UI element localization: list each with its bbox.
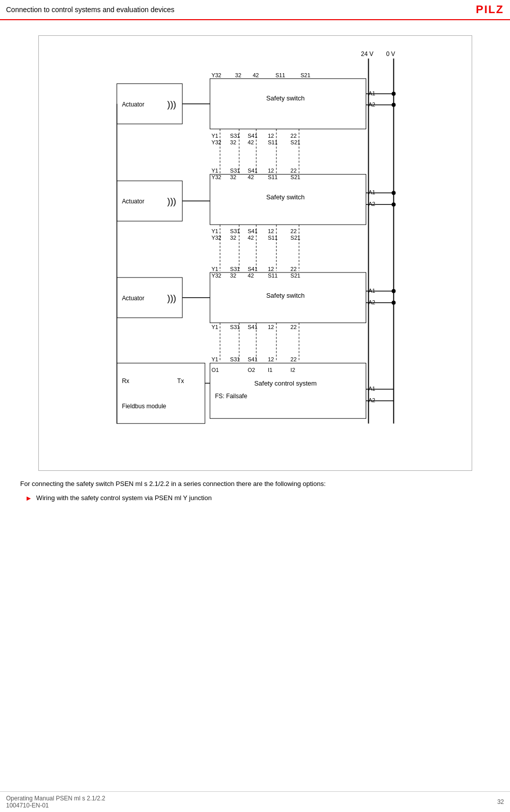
ss1-bot-s41: S41	[248, 133, 258, 139]
ss2-bot-42: 42	[248, 235, 254, 241]
ss2-y32: Y32	[211, 174, 221, 180]
safety-switch-1-label: Safety switch	[266, 94, 304, 102]
ss1-bot-42: 42	[248, 139, 254, 145]
ss2-a2: A2	[368, 201, 375, 207]
tx-label: Tx	[177, 377, 184, 385]
ss2-bot-12: 12	[267, 228, 273, 234]
svg-rect-41	[117, 363, 205, 423]
ss3-bot-s31: S31	[230, 324, 240, 330]
safety-switch-3-label: Safety switch	[266, 292, 304, 299]
svg-rect-2	[210, 79, 366, 129]
ss2-y1: Y1	[211, 168, 218, 174]
page-title: Connection to control systems and evalua…	[6, 6, 175, 14]
ss1-32: 32	[235, 72, 241, 78]
ss2-s21: S21	[290, 174, 300, 180]
ss1-42: 42	[253, 72, 259, 78]
description-paragraph: For connecting the safety switch PSEN ml…	[20, 479, 490, 504]
fieldbus-module-label: Fieldbus module	[122, 403, 166, 410]
scs-i2: I2	[290, 367, 295, 373]
svg-rect-33	[210, 363, 366, 418]
ss1-bot-22: 22	[290, 133, 296, 139]
actuator-3-icon: )))	[167, 293, 176, 303]
bullet-item-1: ► Wiring with the safety control system …	[25, 493, 490, 504]
ss3-y32: Y32	[211, 273, 221, 279]
ss3-s31: S31	[230, 266, 240, 272]
ss1-bot-y32: Y32	[211, 139, 221, 145]
ss2-32: 32	[230, 174, 236, 180]
ss3-s21: S21	[290, 273, 300, 279]
ss3-32: 32	[230, 273, 236, 279]
manual-name: Operating Manual PSEN ml s 2.1/2.2	[6, 795, 105, 802]
ss2-bot-s21: S21	[290, 235, 300, 241]
ss3-12: 12	[267, 266, 273, 272]
ss1-y32: Y32	[211, 72, 221, 78]
ss3-bot-22: 22	[290, 324, 296, 330]
ss2-bot-s11: S11	[267, 235, 277, 241]
scs-12: 12	[267, 356, 273, 362]
bullet-arrow-1: ►	[25, 493, 32, 504]
ss3-a2: A2	[368, 299, 375, 305]
ss3-y1: Y1	[211, 266, 218, 272]
ss2-s31: S31	[230, 168, 240, 174]
bullet-text-1: Wiring with the safety control system vi…	[36, 493, 212, 503]
ss2-a1: A1	[368, 189, 375, 195]
ss3-42: 42	[248, 273, 254, 279]
ss1-bot-y1: Y1	[211, 133, 218, 139]
scs-o2: O2	[248, 367, 255, 373]
ss1-s21: S21	[300, 72, 310, 78]
ss1-a1: A1	[368, 90, 375, 96]
fs-failsafe-label: FS: Failsafe	[215, 393, 247, 400]
diagram-svg: 24 V 0 V Y32 32 42 S11 S21 Safety switch…	[44, 41, 467, 464]
ss1-a2: A2	[368, 101, 375, 107]
actuator-1-label: Actuator	[122, 101, 144, 108]
footer-left: Operating Manual PSEN ml s 2.1/2.2 10047…	[6, 795, 105, 809]
ss3-bot-12: 12	[267, 324, 273, 330]
voltage-0v-label: 0 V	[386, 50, 395, 58]
pilz-logo: PILZ	[476, 3, 504, 16]
ss2-22: 22	[290, 168, 296, 174]
ss2-42: 42	[248, 174, 254, 180]
safety-control-system-label: Safety control system	[254, 380, 316, 387]
rx-label: Rx	[122, 377, 129, 385]
scs-y1: Y1	[211, 356, 218, 362]
ss2-bot-22: 22	[290, 228, 296, 234]
page-header: Connection to control systems and evalua…	[0, 0, 510, 20]
ss1-bot-12: 12	[267, 133, 273, 139]
actuator-2-label: Actuator	[122, 198, 144, 205]
actuator-2-icon: )))	[167, 196, 176, 206]
safety-switch-2-label: Safety switch	[266, 193, 304, 201]
page-number: 32	[497, 798, 504, 805]
voltage-24v-label: 24 V	[361, 50, 373, 58]
scs-o1: O1	[211, 367, 219, 373]
description-text-1: For connecting the safety switch PSEN ml…	[20, 479, 490, 489]
scs-s31: S31	[230, 356, 240, 362]
ss3-22: 22	[290, 266, 296, 272]
scs-a1: A1	[368, 386, 375, 392]
ss2-bot-y32: Y32	[211, 235, 221, 241]
ss3-s11: S11	[267, 273, 277, 279]
ss1-bot-s31: S31	[230, 133, 240, 139]
ss1-s11: S11	[275, 72, 285, 78]
ss1-bot-s21: S21	[290, 139, 300, 145]
ss1-bot-32: 32	[230, 139, 236, 145]
diagram-container: 24 V 0 V Y32 32 42 S11 S21 Safety switch…	[38, 35, 472, 471]
ss3-bot-y1: Y1	[211, 324, 218, 330]
scs-a2: A2	[368, 397, 375, 403]
page-content: 24 V 0 V Y32 32 42 S11 S21 Safety switch…	[0, 20, 510, 514]
ss2-bot-s31: S31	[230, 228, 240, 234]
actuator-1-icon: )))	[167, 99, 176, 110]
ss2-bot-32: 32	[230, 235, 236, 241]
ss2-bot-y1: Y1	[211, 228, 218, 234]
ss2-s11: S11	[267, 174, 277, 180]
ss2-bot-s41: S41	[248, 228, 258, 234]
page-footer: Operating Manual PSEN ml s 2.1/2.2 10047…	[0, 791, 510, 812]
ss1-bot-s11: S11	[267, 139, 277, 145]
ss2-12: 12	[267, 168, 273, 174]
actuator-3-label: Actuator	[122, 295, 144, 302]
scs-i1: I1	[267, 367, 272, 373]
doc-id: 1004710-EN-01	[6, 802, 105, 809]
ss3-a1: A1	[368, 288, 375, 294]
scs-22: 22	[290, 356, 296, 362]
